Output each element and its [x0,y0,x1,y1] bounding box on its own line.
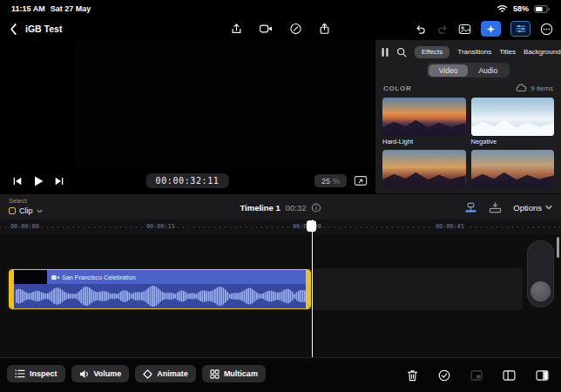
tab-titles[interactable]: Titles [499,48,516,56]
options-button[interactable]: Options [513,203,552,213]
tab-transitions[interactable]: Transitions [457,48,491,56]
split-view-left-button[interactable] [503,370,516,381]
section-title: COLOR [383,84,411,92]
multicam-button[interactable]: Multicam [202,365,266,382]
timeline-title: Timeline 1 [240,203,280,213]
skip-forward-button[interactable] [54,176,64,186]
effect-cell: Negative [471,98,555,145]
volume-button[interactable]: Volume [71,365,130,382]
redo-button[interactable] [436,24,449,35]
zoom-value: 25 [321,177,330,186]
timeline-tracks[interactable]: San Francisco Celebration [0,234,561,357]
chevron-down-icon [545,205,552,210]
zoom-unit: % [333,177,340,186]
jog-wheel[interactable] [527,240,554,308]
clip-select-label: Clip [19,206,33,215]
effect-thumb-partial[interactable] [471,150,555,188]
back-button[interactable] [9,23,17,36]
clip-waveform [14,284,306,308]
status-bar: 11:15 AM Sat 27 May 58% [0,0,561,17]
volume-label: Volume [94,369,122,378]
clip-select-button[interactable]: Clip [9,206,43,215]
skip-back-button[interactable] [12,176,23,186]
check-circle-icon [438,369,450,382]
pip-icon [470,370,483,381]
camera-icon [260,24,274,34]
trim-handle-left[interactable] [10,270,14,308]
share-icon [319,23,331,35]
import-icon [231,23,243,35]
ruler-ticks [0,226,561,228]
effect-thumb-negative[interactable] [471,98,555,136]
overwrite-clip-button[interactable] [489,202,502,213]
animate-label: Animate [157,369,188,378]
tab-backgrounds[interactable]: Backgrounds [524,48,561,56]
effect-cell: Hard-Light [382,98,466,145]
effect-cell [382,150,466,188]
ruler-label: 00:00:00 [9,223,41,230]
external-display-button[interactable] [354,175,368,186]
camera-button[interactable] [260,24,274,34]
jog-knob[interactable] [531,281,551,301]
import-button[interactable] [231,23,243,35]
project-title: iGB Test [25,24,62,34]
effects-grid: Hard-Light Negative [375,95,561,188]
redo-icon [436,24,449,35]
grid-icon [210,369,220,379]
toggle-audio[interactable]: Audio [468,64,508,77]
connect-clip-button[interactable] [464,202,477,213]
adjustments-button[interactable] [510,21,531,37]
battery-percent: 58% [513,4,529,13]
search-icon [396,47,407,57]
timeline-info-button[interactable] [312,203,321,213]
play-button[interactable] [32,175,44,187]
connect-clip-icon [464,202,477,213]
trim-handle-right[interactable] [306,270,310,308]
photos-button[interactable] [458,24,471,35]
content-browser: Effects Transitions Titles Backgrounds V… [375,40,561,193]
playhead-handle[interactable] [307,220,316,232]
overwrite-clip-icon [489,202,502,213]
browser-tabs: Effects Transitions Titles Backgrounds [375,42,561,62]
toggle-video[interactable]: Video [429,64,469,77]
inspect-icon [15,369,25,378]
options-label: Options [513,203,542,213]
clip-swatch-icon [9,207,16,214]
video-preview[interactable] [74,40,375,168]
effect-thumb-hard-light[interactable] [382,98,466,136]
ruler-label: 00:00:45 [434,223,466,230]
ruler-label: 00:00:15 [145,223,177,230]
search-button[interactable] [396,47,407,57]
approve-button[interactable] [438,369,450,382]
status-date: Sat 27 May [51,4,91,13]
more-button[interactable] [540,23,553,36]
sliders-icon [516,24,526,33]
ellipsis-icon [540,23,553,36]
undo-icon [415,24,427,35]
timeline-clip[interactable]: San Francisco Celebration [9,269,311,309]
panel-handle-icon[interactable] [382,47,389,57]
scrollbar[interactable] [557,237,559,258]
split-left-icon [503,370,516,381]
effect-label: Negative [471,138,555,145]
split-view-right-button[interactable] [536,370,549,381]
delete-button[interactable] [407,369,418,382]
inspect-button[interactable]: Inspect [7,365,65,382]
clip-thumbnail [14,270,47,284]
trash-icon [407,369,418,382]
tab-effects[interactable]: Effects [415,46,449,58]
annotate-button[interactable] [290,23,302,35]
viewer-area: 00:00:32:11 25 % [0,40,375,193]
picture-in-picture-button[interactable] [470,370,483,381]
zoom-level-button[interactable]: 25 % [314,174,347,187]
playhead[interactable] [312,220,314,357]
share-button[interactable] [319,23,331,35]
media-browser-button[interactable] [481,21,501,37]
speaker-icon [79,369,90,379]
keyframe-diamond-icon [143,369,152,379]
timeline-ruler[interactable]: 00:00:00 00:00:15 00:00:30 00:00:45 [0,220,561,234]
undo-button[interactable] [415,24,427,35]
animate-button[interactable]: Animate [135,365,196,382]
effect-thumb-partial[interactable] [382,150,466,188]
clip-name: San Francisco Celebration [62,274,136,281]
